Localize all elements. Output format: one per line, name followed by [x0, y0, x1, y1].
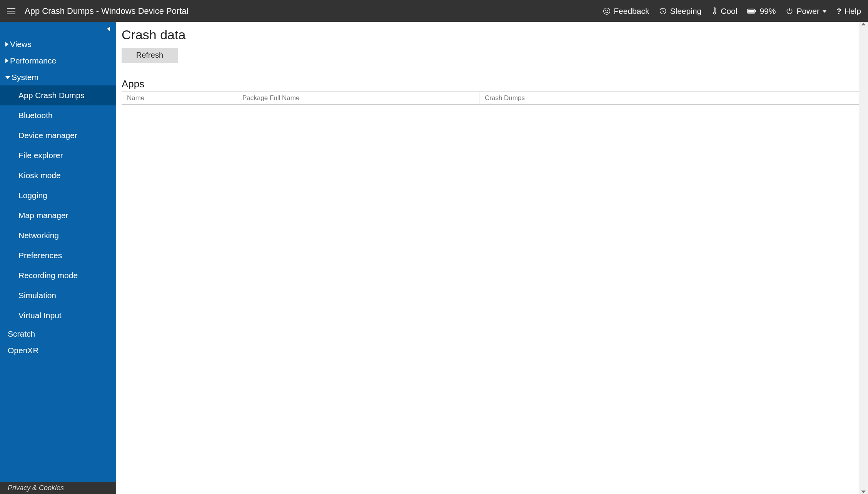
- sidebar-group-label: Performance: [10, 56, 56, 65]
- caret-right-icon: [5, 42, 8, 47]
- sidebar-item-device-manager[interactable]: Device manager: [0, 125, 116, 145]
- help-label: Help: [845, 7, 861, 16]
- sidebar-item-label: Logging: [18, 191, 47, 200]
- svg-rect-6: [755, 10, 756, 12]
- sidebar-item-logging[interactable]: Logging: [0, 185, 116, 205]
- sidebar-item-virtual-input[interactable]: Virtual Input: [0, 305, 116, 325]
- refresh-button[interactable]: Refresh: [122, 48, 178, 63]
- battery-icon: [747, 8, 756, 14]
- apps-table: Name Package Full Name Crash Dumps: [122, 92, 863, 105]
- sidebar-item-label: Virtual Input: [18, 311, 62, 320]
- svg-point-1: [606, 10, 606, 10]
- sidebar-group-performance[interactable]: Performance: [0, 52, 116, 69]
- question-icon: ?: [836, 7, 841, 16]
- sidebar-group-system[interactable]: System: [0, 69, 116, 85]
- battery-label: 99%: [760, 7, 776, 16]
- sidebar-group-label: System: [12, 73, 38, 82]
- sidebar-item-scratch[interactable]: Scratch: [0, 325, 116, 342]
- sidebar-item-bluetooth[interactable]: Bluetooth: [0, 105, 116, 125]
- sidebar-group-label: Views: [10, 40, 32, 49]
- page-heading: Crash data: [122, 27, 864, 42]
- smile-icon: [603, 7, 611, 15]
- sidebar-item-kiosk-mode[interactable]: Kiosk mode: [0, 165, 116, 185]
- table-header-row: Name Package Full Name Crash Dumps: [122, 92, 863, 104]
- sidebar: Views Performance System App Crash Dumps…: [0, 22, 116, 494]
- vertical-scrollbar[interactable]: [859, 22, 868, 494]
- temperature-label: Cool: [721, 7, 737, 16]
- power-menu[interactable]: Power: [786, 7, 826, 16]
- sidebar-item-label: Recording mode: [18, 271, 78, 280]
- svg-point-2: [608, 10, 608, 10]
- sidebar-group-views[interactable]: Views: [0, 36, 116, 52]
- sidebar-item-label: Preferences: [18, 251, 62, 260]
- battery-status[interactable]: 99%: [747, 7, 776, 16]
- sidebar-item-simulation[interactable]: Simulation: [0, 285, 116, 305]
- sidebar-item-label: Scratch: [8, 329, 35, 339]
- main-content: Crash data Refresh Apps Name Package Ful…: [116, 22, 868, 494]
- column-header-name[interactable]: Name: [122, 94, 237, 102]
- feedback-button[interactable]: Feedback: [603, 7, 649, 16]
- thermometer-icon: [711, 7, 718, 15]
- section-heading-apps: Apps: [122, 78, 864, 90]
- sidebar-item-file-explorer[interactable]: File explorer: [0, 145, 116, 165]
- sidebar-item-networking[interactable]: Networking: [0, 225, 116, 245]
- collapse-sidebar-icon[interactable]: [107, 27, 110, 31]
- page-title: App Crash Dumps - Windows Device Portal: [25, 6, 188, 16]
- column-header-package[interactable]: Package Full Name: [237, 94, 479, 102]
- temperature-status[interactable]: Cool: [711, 7, 737, 16]
- sidebar-item-app-crash-dumps[interactable]: App Crash Dumps: [0, 85, 116, 105]
- sleeping-label: Sleeping: [670, 7, 701, 16]
- sidebar-item-label: App Crash Dumps: [18, 91, 85, 100]
- column-header-crash-dumps[interactable]: Crash Dumps: [479, 92, 863, 104]
- power-icon: [786, 7, 793, 15]
- power-label: Power: [796, 7, 820, 16]
- svg-point-3: [714, 12, 716, 14]
- svg-rect-5: [748, 10, 754, 12]
- caret-right-icon: [5, 58, 8, 63]
- privacy-cookies-link[interactable]: Privacy & Cookies: [0, 482, 116, 494]
- privacy-cookies-label: Privacy & Cookies: [8, 484, 64, 492]
- sidebar-item-label: Networking: [18, 231, 59, 240]
- sleeping-status[interactable]: Sleeping: [659, 7, 701, 16]
- sidebar-item-preferences[interactable]: Preferences: [0, 245, 116, 265]
- sidebar-item-openxr[interactable]: OpenXR: [0, 342, 116, 359]
- sidebar-item-map-manager[interactable]: Map manager: [0, 205, 116, 225]
- sidebar-item-recording-mode[interactable]: Recording mode: [0, 265, 116, 285]
- svg-point-0: [604, 8, 610, 14]
- scroll-down-icon[interactable]: [861, 491, 866, 493]
- column-header-crash-dumps-label: Crash Dumps: [485, 94, 525, 102]
- sidebar-item-label: Kiosk mode: [18, 171, 61, 180]
- header-bar: App Crash Dumps - Windows Device Portal …: [0, 0, 868, 22]
- hamburger-icon[interactable]: [7, 7, 16, 16]
- chevron-down-icon: [823, 10, 826, 13]
- sidebar-item-label: Bluetooth: [18, 111, 53, 120]
- sidebar-item-label: Map manager: [18, 211, 68, 220]
- sidebar-item-label: Simulation: [18, 291, 56, 300]
- help-button[interactable]: ? Help: [836, 7, 861, 16]
- feedback-label: Feedback: [614, 7, 649, 16]
- scroll-up-icon[interactable]: [861, 23, 866, 25]
- caret-down-icon: [5, 76, 10, 79]
- history-icon: [659, 7, 667, 15]
- sidebar-item-label: File explorer: [18, 151, 63, 160]
- sidebar-item-label: Device manager: [18, 131, 77, 140]
- sidebar-item-label: OpenXR: [8, 346, 39, 355]
